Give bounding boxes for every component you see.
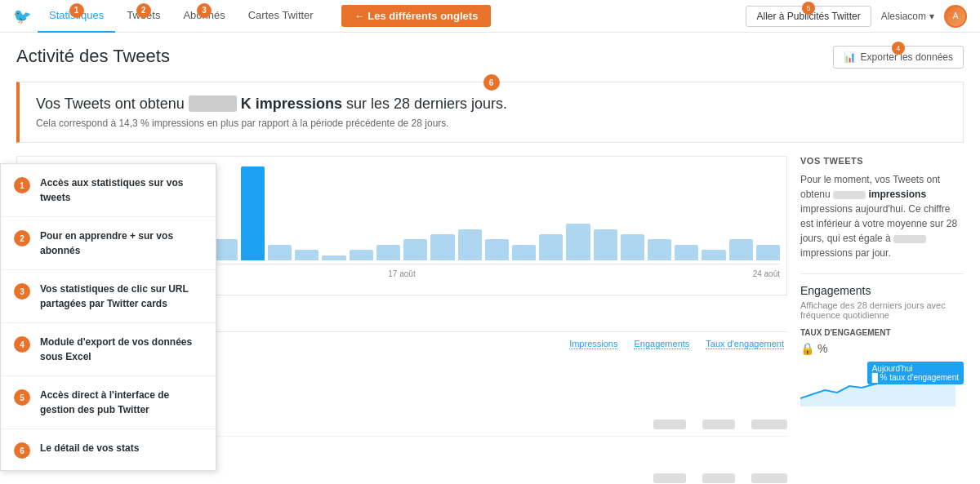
bar-23 <box>648 239 671 260</box>
nav-right: 5 Aller à Publicités Twitter Alesiacom ▾… <box>746 5 967 28</box>
tab-cartes-twitter[interactable]: Cartes Twitter <box>237 0 325 33</box>
overlay-text-5: Accès direct à l'interface de gestion de… <box>40 388 203 417</box>
taux-value-display: 🔒 % <box>800 342 964 355</box>
engagement-title: Engagements <box>800 284 964 297</box>
badge-6: 6 <box>483 74 500 91</box>
badge-3: 3 <box>197 3 212 18</box>
engagement-sub: Affichage des 28 derniers jours avec fré… <box>800 300 964 320</box>
overlay-item-4: 4 Module d'export de vos données sous Ex… <box>1 323 216 376</box>
taux-percent: % <box>817 342 827 355</box>
tab-tweets[interactable]: 2 Tweets <box>115 0 172 33</box>
overlay-num-5: 5 <box>14 389 30 406</box>
overlay-item-6: 6 Le détail de vos stats <box>1 429 216 470</box>
bar-17 <box>485 239 509 260</box>
bar-26 <box>729 239 753 260</box>
page-header: Activité des Tweets 4 📊 Exporter les don… <box>16 46 964 69</box>
bar-25 <box>702 250 725 260</box>
tab-statistiques[interactable]: 1 Statistiques <box>38 0 115 33</box>
bar-7 <box>214 239 238 260</box>
overlay-text-6: Le détail de vos stats <box>40 441 139 455</box>
onglets-banner: ← Les différents onglets <box>341 5 492 27</box>
taux-label: TAUX D'ENGAGEMENT <box>800 328 964 337</box>
account-dropdown[interactable]: Alesiacom ▾ <box>881 11 934 22</box>
overlay-num-4: 4 <box>14 336 30 353</box>
tab-abonnes[interactable]: 3 Abonnés <box>172 0 236 33</box>
chevron-down-icon: ▾ <box>929 11 934 22</box>
overlay-text-4: Module d'export de vos données sous Exce… <box>40 335 203 364</box>
overlay-num-3: 3 <box>14 283 30 300</box>
overlay-item-5: 5 Accès direct à l'interface de gestion … <box>1 376 216 429</box>
avatar[interactable]: A <box>944 5 967 28</box>
taux-value: ████ % <box>751 420 787 429</box>
sparkline-chart: Aujourd'hui █ % taux d'engagement <box>800 362 964 411</box>
overlay-num-1: 1 <box>14 177 30 193</box>
overlay-item-2: 2 Pour en apprendre + sur vos abonnés <box>1 217 216 270</box>
overlay-panel: 1 Accès aux statistiques sur vos tweets … <box>0 163 216 471</box>
bar-12 <box>350 250 373 260</box>
stats-box: 6 Vos Tweets ont obtenu ████ K impressio… <box>16 82 964 143</box>
overlay-item-1: 1 Accès aux statistiques sur vos tweets <box>1 164 216 217</box>
vos-tweets-section: VOS TWEETS Pour le moment, vos Tweets on… <box>800 156 964 260</box>
vos-tweets-text: Pour le moment, vos Tweets ont obtenu im… <box>800 172 964 260</box>
tooltip-box: Aujourd'hui █ % taux d'engagement <box>867 362 964 384</box>
badge-2: 2 <box>136 3 151 18</box>
badge-1: 1 <box>69 3 84 18</box>
badge-4: 4 <box>892 42 905 55</box>
export-icon: 📊 <box>844 51 856 63</box>
overlay-text-1: Accès aux statistiques sur vos tweets <box>40 175 203 205</box>
twitter-logo-icon: 🐦 <box>13 7 31 25</box>
vos-tweets-title: VOS TWEETS <box>800 156 964 166</box>
page-title: Activité des Tweets <box>16 46 170 67</box>
bar-19 <box>539 234 563 260</box>
overlay-num-6: 6 <box>14 442 30 459</box>
aller-publicites-button[interactable]: 5 Aller à Publicités Twitter <box>746 6 871 27</box>
stats-sub-text: Cela correspond à 14,3 % impressions en … <box>36 118 947 129</box>
nav-tabs: 1 Statistiques 2 Tweets 3 Abonnés Cartes… <box>38 0 325 33</box>
bar-9 <box>268 245 292 260</box>
tweet-stats-2: ████ █ ████ % <box>16 473 787 483</box>
bar-20 <box>566 224 590 260</box>
right-sidebar: VOS TWEETS Pour le moment, vos Tweets on… <box>800 156 964 484</box>
badge-5: 5 <box>802 2 815 15</box>
bar-27 <box>756 245 780 260</box>
bar-18 <box>512 245 536 260</box>
overlay-num-2: 2 <box>14 230 30 246</box>
bar-22 <box>621 234 644 260</box>
engagements-value-2: █ <box>702 473 735 483</box>
bar-10 <box>295 250 318 260</box>
avg-impressions <box>893 235 926 243</box>
bar-11 <box>322 255 345 260</box>
lock-icon: 🔒 <box>800 342 814 355</box>
stats-main-text: Vos Tweets ont obtenu ████ K impressions… <box>36 95 947 113</box>
bar-16 <box>458 229 482 260</box>
bar-15 <box>430 234 454 260</box>
bar-21 <box>594 229 617 260</box>
overlay-text-2: Pour en apprendre + sur vos abonnés <box>40 229 203 258</box>
bar-24 <box>675 245 698 260</box>
impressions-label: impressions <box>868 189 926 200</box>
impressions-value: ████ <box>653 420 686 429</box>
top-navigation: 🐦 1 Statistiques 2 Tweets 3 Abonnés Cart… <box>0 0 980 33</box>
bar-13 <box>376 245 400 260</box>
bar-8 <box>241 167 265 260</box>
bar-14 <box>403 239 427 260</box>
today-impressions <box>833 191 866 199</box>
taux-value-2: ████ % <box>751 473 787 483</box>
overlay-item-3: 3 Vos statistiques de clic sur URL parta… <box>1 270 216 323</box>
impressions-value-2: ████ <box>653 473 686 483</box>
export-button[interactable]: 4 📊 Exporter les données <box>833 46 964 69</box>
overlay-text-3: Vos statistiques de clic sur URL partagé… <box>40 282 203 311</box>
engagements-value: █ <box>702 420 735 429</box>
engagement-section: Engagements Affichage des 28 derniers jo… <box>800 273 964 411</box>
